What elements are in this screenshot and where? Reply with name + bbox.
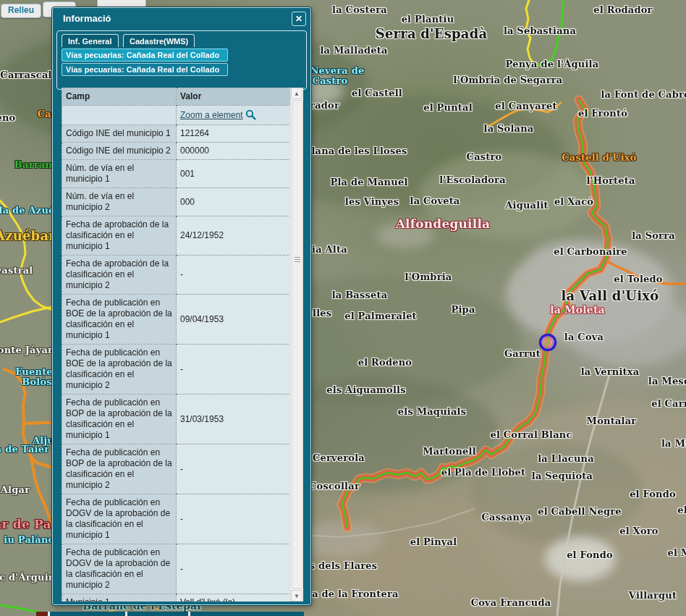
tab-cadastre-wms[interactable]: Cadastre(WMS) bbox=[123, 34, 195, 47]
table-row: Fecha de publicación en DOGV de la aprob… bbox=[62, 544, 291, 594]
table-row: Fecha de publicación en DOGV de la aprob… bbox=[62, 494, 291, 544]
dialog-title: Informació bbox=[63, 13, 111, 24]
map-label: la Mi bbox=[661, 438, 686, 449]
table-row: Fecha de publicación en BOP de la aproba… bbox=[62, 395, 291, 444]
attribute-table: Camp Valor Zoom a element Código INE del… bbox=[62, 88, 291, 602]
zoom-to-element-row: Zoom a element bbox=[62, 106, 291, 125]
field-name-cell: Fecha de publicación en BOE de la aproba… bbox=[62, 345, 177, 395]
attribute-table-container: Camp Valor Zoom a element Código INE del… bbox=[62, 88, 303, 602]
map-label: Penya de l'Àguila bbox=[506, 59, 599, 69]
map-label: el Toledo bbox=[614, 274, 662, 284]
map-label: Castro bbox=[313, 75, 348, 86]
scroll-thumb[interactable] bbox=[292, 100, 303, 589]
map-label: el bbox=[677, 505, 686, 515]
map-label: l'Escoladora bbox=[439, 174, 506, 185]
map-label: vastral bbox=[0, 265, 33, 276]
map-label: la Solana bbox=[484, 123, 534, 134]
map-label: ya de la Frontera bbox=[306, 588, 398, 599]
bottom-toolbar-segment[interactable] bbox=[36, 612, 48, 616]
map-label: el Frontó bbox=[578, 108, 627, 119]
dialog-titlebar[interactable]: Informació ✕ bbox=[53, 8, 310, 30]
map-label: el Xacó bbox=[554, 196, 593, 207]
table-row: Núm. de vía en el municipio 2000 bbox=[62, 188, 291, 216]
map-label: el Pla de Llobet bbox=[441, 467, 526, 478]
map-label: Alfondeguilla bbox=[396, 216, 491, 231]
field-name-cell: Fecha de publicación en DOGV de la aprob… bbox=[62, 544, 177, 594]
map-label: la Sequiota bbox=[532, 471, 593, 481]
map-label: l'Ombria bbox=[405, 271, 452, 282]
map-label: els Aiguamolls bbox=[326, 384, 405, 395]
close-icon[interactable]: ✕ bbox=[292, 12, 306, 26]
map-label: Bolós bbox=[22, 376, 52, 387]
map-label: la Malladeta bbox=[320, 45, 387, 56]
field-value-cell: 121264 bbox=[177, 125, 291, 143]
map-label: el Castell bbox=[352, 88, 402, 98]
map-label: el Carbonaire bbox=[554, 246, 627, 257]
map-label: la Coveta bbox=[410, 195, 460, 206]
field-name-cell: Código INE del municipio 2 bbox=[62, 143, 177, 160]
table-row: Fecha de publicación en BOP de la aproba… bbox=[62, 444, 291, 494]
scroll-up-icon[interactable]: ▲ bbox=[291, 88, 302, 99]
field-value-cell: - bbox=[177, 544, 291, 594]
field-name-cell: Núm. de vía en el municipio 1 bbox=[62, 160, 177, 188]
scroll-down-icon[interactable]: ▼ bbox=[291, 590, 302, 602]
map-label: el Corral Blanc bbox=[490, 429, 572, 440]
layer-tab-vias-pecuarias[interactable]: Vías pecuarias: Cañada Real del Collado bbox=[62, 63, 228, 76]
table-row: Código INE del municipio 1121264 bbox=[62, 125, 291, 143]
map-label: la Sebastiana bbox=[504, 25, 576, 36]
map-label: el M bbox=[668, 547, 686, 558]
field-value-cell: - bbox=[177, 256, 291, 295]
map-label: iu Palànc bbox=[4, 534, 54, 545]
map-label: Azuébar bbox=[0, 228, 56, 243]
map-label: Cassanya bbox=[482, 512, 532, 523]
layer-tab-vias-pecuarias-active[interactable]: Vías pecuarias: Cañada Real del Collado bbox=[62, 48, 228, 62]
field-value-cell: 000000 bbox=[177, 143, 291, 160]
map-label: el Fondo bbox=[567, 549, 613, 560]
map-label: el Cabell Negre bbox=[538, 506, 622, 517]
field-value-cell: Vall d'Uixó (la) bbox=[177, 594, 291, 602]
map-label: el Plantiu bbox=[402, 14, 454, 25]
scroll-grip bbox=[295, 257, 300, 262]
map-label: l'Horteta bbox=[586, 175, 635, 186]
bottom-toolbar-segment[interactable] bbox=[127, 612, 188, 616]
table-row: Código INE del municipio 2000000 bbox=[62, 143, 291, 160]
map-label: el Pinyal bbox=[410, 536, 457, 547]
map-label: oia Alta bbox=[305, 244, 347, 255]
map-label: l'Ombria de Segarra bbox=[454, 75, 563, 85]
bottom-toolbar[interactable] bbox=[36, 612, 304, 616]
bottom-toolbar-segment[interactable] bbox=[190, 612, 304, 616]
field-name-cell: Fecha de aprobación de la clasificación … bbox=[62, 256, 177, 295]
bottom-toolbar-segment[interactable] bbox=[50, 612, 125, 616]
map-label: la Font de Cabre bbox=[601, 89, 686, 100]
magnifier-icon bbox=[245, 109, 256, 120]
tab-inf-general[interactable]: Inf. General bbox=[62, 34, 119, 47]
map-label: rs dels Flares bbox=[305, 560, 378, 571]
map-label: a de Tàier bbox=[0, 444, 49, 455]
map-label: Cova Francuda bbox=[471, 597, 551, 608]
map-label: Pla de Manuel bbox=[330, 177, 407, 187]
field-name-cell: Código INE del municipio 1 bbox=[62, 125, 177, 143]
map-label: la Costera bbox=[332, 4, 387, 15]
zoom-to-element-link[interactable]: Zoom a element bbox=[180, 110, 243, 120]
map-label: el Fondo bbox=[630, 489, 676, 499]
map-label: Villargut bbox=[629, 590, 677, 601]
zoom-to-element-cell: Zoom a element bbox=[177, 106, 291, 125]
map-label: les Vinyes bbox=[345, 196, 399, 207]
table-row: Núm. de vía en el municipio 1001 bbox=[62, 160, 291, 188]
map-label: onte Jáyar bbox=[0, 345, 53, 355]
map-label: bla de Azuél bbox=[0, 205, 59, 216]
field-name-cell: Fecha de publicación en BOE de la aproba… bbox=[62, 295, 177, 345]
table-row: Municipio 1Vall d'Uixó (la) bbox=[62, 594, 291, 602]
map-label: nc d'Àrguin bbox=[0, 572, 56, 583]
field-name-cell: Fecha de aprobación de la clasificación … bbox=[62, 216, 177, 256]
map-label: el Xoro bbox=[619, 526, 658, 536]
map-label: eno bbox=[0, 112, 16, 123]
map-label: Carrascal bbox=[0, 69, 51, 80]
relleu-button[interactable]: Relleu bbox=[1, 4, 41, 18]
field-name-cell: Fecha de publicación en BOP de la aproba… bbox=[62, 444, 177, 494]
table-scrollbar[interactable]: ▲ ▼ bbox=[290, 88, 303, 602]
table-row: Fecha de publicación en BOE de la aproba… bbox=[62, 345, 291, 395]
map-label: el Puntal bbox=[423, 102, 473, 113]
table-row: Fecha de aprobación de la clasificación … bbox=[62, 216, 291, 256]
map-label: Nevera de bbox=[310, 65, 365, 76]
